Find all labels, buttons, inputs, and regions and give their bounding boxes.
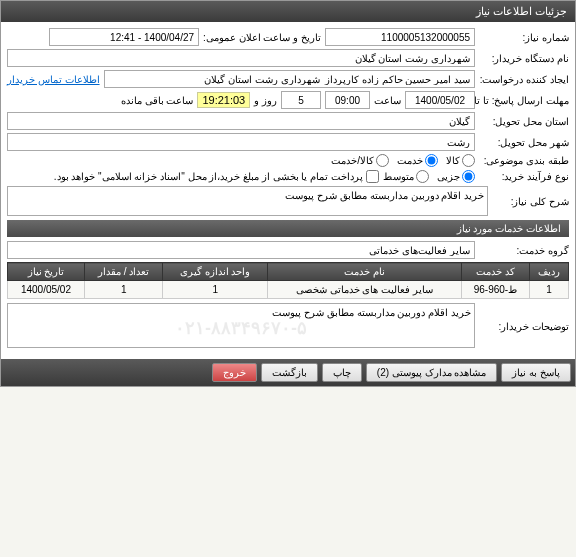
buyer-input[interactable]	[7, 49, 475, 67]
service-group-label: گروه خدمت:	[479, 245, 569, 256]
creator-input[interactable]	[104, 70, 475, 88]
row-buyer: نام دستگاه خریدار:	[7, 49, 569, 67]
buyer-notes-textarea[interactable]	[7, 303, 475, 348]
form-area: شماره نیاز: تاریخ و ساعت اعلان عمومی: نا…	[1, 22, 575, 359]
row-process: نوع فرآیند خرید: جزیی متوسط پرداخت تمام …	[7, 170, 569, 183]
process-label: نوع فرآیند خرید:	[479, 171, 569, 182]
general-desc-textarea[interactable]	[7, 186, 488, 216]
respond-button[interactable]: پاسخ به نیاز	[501, 363, 571, 382]
row-deadline: مهلت ارسال پاسخ: تا تاریخ: ساعت روز و 19…	[7, 91, 569, 109]
cell-code: ط-960-96	[461, 281, 529, 299]
th-radif: ردیف	[529, 263, 568, 281]
table-row[interactable]: 1 ط-960-96 سایر فعالیت های خدماتی شخصی 1…	[8, 281, 569, 299]
process-radios: جزیی متوسط	[383, 170, 475, 183]
rooz-label: روز و	[254, 95, 277, 106]
th-qty: تعداد / مقدار	[84, 263, 163, 281]
need-number-label: شماره نیاز:	[479, 32, 569, 43]
row-city: شهر محل تحویل:	[7, 133, 569, 151]
panel-title: جزئیات اطلاعات نیاز	[476, 5, 567, 17]
subject-class-radios: کالا خدمت کالا/خدمت	[331, 154, 475, 167]
buyer-notes-label: توضیحات خریدار:	[479, 321, 569, 332]
payment-note-wrap: پرداخت تمام یا بخشی از مبلغ خرید،از محل …	[7, 170, 379, 183]
panel-header: جزئیات اطلاعات نیاز	[1, 1, 575, 22]
th-code: کد خدمت	[461, 263, 529, 281]
buyer-label: نام دستگاه خریدار:	[479, 53, 569, 64]
row-creator: ایجاد کننده درخواست: اطلاعات تماس خریدار	[7, 70, 569, 88]
radio-khedmat[interactable]	[425, 154, 438, 167]
day-value-input[interactable]	[281, 91, 321, 109]
payment-note-text: پرداخت تمام یا بخشی از مبلغ خرید،از محل …	[54, 171, 363, 182]
province-label: استان محل تحویل:	[479, 116, 569, 127]
saat-label-1: ساعت	[374, 95, 401, 106]
city-label: شهر محل تحویل:	[479, 137, 569, 148]
announce-input[interactable]	[49, 28, 199, 46]
services-header: اطلاعات خدمات مورد نیاز	[7, 220, 569, 237]
remain-time-badge: 19:21:03	[197, 92, 250, 108]
radio-kala[interactable]	[462, 154, 475, 167]
radio-khedmat-label[interactable]: خدمت	[397, 154, 438, 167]
print-button[interactable]: چاپ	[322, 363, 362, 382]
row-service-group: گروه خدمت:	[7, 241, 569, 259]
cell-name: سایر فعالیت های خدماتی شخصی	[267, 281, 461, 299]
general-desc-label: شرح کلی نیاز:	[492, 196, 569, 207]
subject-class-label: طبقه بندی موضوعی:	[479, 155, 569, 166]
table-header-row: ردیف کد خدمت نام خدمت واحد اندازه گیری ت…	[8, 263, 569, 281]
cell-unit: 1	[163, 281, 267, 299]
row-buyer-notes: توضیحات خریدار: ۰۲۱-۸۸۳۴۹۶۷۰-۵	[7, 303, 569, 350]
cell-qty: 1	[84, 281, 163, 299]
radio-motevaset-label[interactable]: متوسط	[383, 170, 429, 183]
row-province: استان محل تحویل:	[7, 112, 569, 130]
cell-date: 1400/05/02	[8, 281, 85, 299]
service-group-input[interactable]	[7, 241, 475, 259]
cell-radif: 1	[529, 281, 568, 299]
deadline-date-input[interactable]	[405, 91, 475, 109]
button-bar: پاسخ به نیاز مشاهده مدارک پیوستی (2) چاپ…	[1, 359, 575, 386]
need-number-input[interactable]	[325, 28, 475, 46]
remain-label: ساعت باقی مانده	[121, 95, 194, 106]
deadline-time-input[interactable]	[325, 91, 370, 109]
radio-motevaset[interactable]	[416, 170, 429, 183]
radio-kalakhedmat[interactable]	[376, 154, 389, 167]
deadline-label: مهلت ارسال پاسخ: تا تاریخ:	[479, 95, 569, 106]
services-table: ردیف کد خدمت نام خدمت واحد اندازه گیری ت…	[7, 262, 569, 299]
attachments-button[interactable]: مشاهده مدارک پیوستی (2)	[366, 363, 498, 382]
payment-checkbox[interactable]	[366, 170, 379, 183]
radio-jozee[interactable]	[462, 170, 475, 183]
radio-jozee-label[interactable]: جزیی	[437, 170, 475, 183]
row-general-desc: شرح کلی نیاز:	[7, 186, 569, 216]
row-subject-class: طبقه بندی موضوعی: کالا خدمت کالا/خدمت	[7, 154, 569, 167]
announce-label: تاریخ و ساعت اعلان عمومی:	[203, 32, 321, 43]
creator-label: ایجاد کننده درخواست:	[479, 74, 569, 85]
province-input[interactable]	[7, 112, 475, 130]
city-input[interactable]	[7, 133, 475, 151]
th-unit: واحد اندازه گیری	[163, 263, 267, 281]
main-panel: جزئیات اطلاعات نیاز شماره نیاز: تاریخ و …	[0, 0, 576, 387]
th-date: تاریخ نیاز	[8, 263, 85, 281]
radio-kala-label[interactable]: کالا	[446, 154, 475, 167]
back-button[interactable]: بازگشت	[261, 363, 318, 382]
buyer-notes-wrap: ۰۲۱-۸۸۳۴۹۶۷۰-۵	[7, 303, 475, 350]
radio-kalakhedmat-label[interactable]: کالا/خدمت	[331, 154, 389, 167]
row-need-number: شماره نیاز: تاریخ و ساعت اعلان عمومی:	[7, 28, 569, 46]
contact-link[interactable]: اطلاعات تماس خریدار	[7, 74, 100, 85]
exit-button[interactable]: خروج	[212, 363, 257, 382]
th-name: نام خدمت	[267, 263, 461, 281]
